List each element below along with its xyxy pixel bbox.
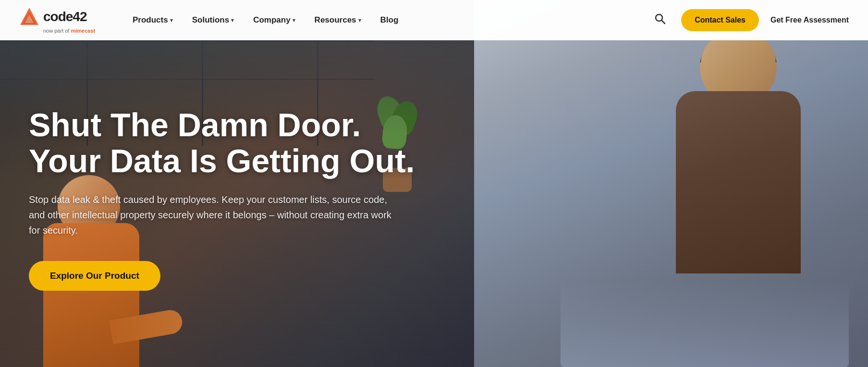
resources-chevron-icon: ▾ [358, 17, 361, 24]
company-chevron-icon: ▾ [293, 17, 295, 24]
explore-product-button[interactable]: Explore Our Product [29, 261, 160, 291]
navbar: code42 now part of mimecast Products ▾ S… [0, 0, 868, 40]
nav-item-solutions[interactable]: Solutions ▾ [184, 12, 242, 29]
hero-section: code42 now part of mimecast Products ▾ S… [0, 0, 868, 367]
nav-links: Products ▾ Solutions ▾ Company ▾ Resourc… [125, 12, 650, 29]
hero-subtext: Stop data leak & theft caused by employe… [29, 192, 394, 238]
person-right-decoration [647, 29, 830, 307]
nav-item-blog[interactable]: Blog [373, 12, 406, 29]
nav-item-company[interactable]: Company ▾ [245, 12, 303, 29]
laptop-glow [561, 281, 849, 367]
logo-area: code42 now part of mimecast [19, 7, 96, 34]
contact-sales-button[interactable]: Contact Sales [681, 9, 759, 31]
hero-bg-person [474, 0, 868, 367]
svg-line-4 [662, 21, 665, 24]
products-chevron-icon: ▾ [170, 17, 173, 24]
nav-item-products[interactable]: Products ▾ [125, 12, 181, 29]
search-icon[interactable] [650, 9, 670, 31]
hero-headline: Shut The Damn Door. Your Data Is Getting… [29, 107, 442, 179]
nav-right: Contact Sales Get Free Assessment [650, 9, 849, 31]
nav-item-resources[interactable]: Resources ▾ [307, 12, 369, 29]
logo-text: code42 [43, 9, 87, 24]
logo-icon [19, 7, 39, 27]
logo-subtitle: now part of mimecast [19, 28, 95, 34]
logo[interactable]: code42 [19, 7, 87, 27]
person-body [676, 91, 801, 273]
free-assessment-button[interactable]: Get Free Assessment [770, 16, 849, 24]
solutions-chevron-icon: ▾ [231, 17, 234, 24]
hero-content: Shut The Damn Door. Your Data Is Getting… [0, 40, 471, 367]
